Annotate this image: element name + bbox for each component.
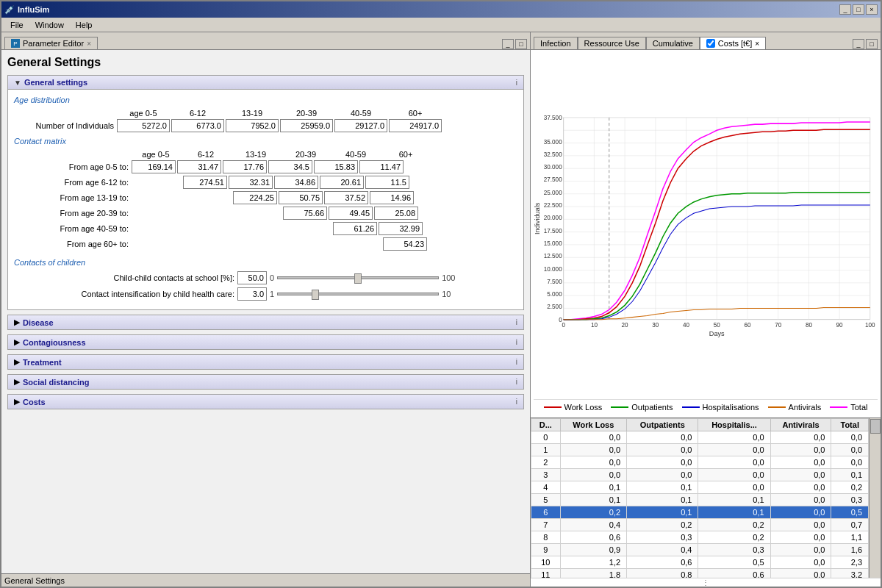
slider-label-1: Contact intensification by child health … — [14, 290, 234, 298]
slider-value-1[interactable] — [237, 287, 267, 301]
tab-ressource-use[interactable]: Ressource Use — [578, 37, 646, 49]
cell-value: 0,5 — [831, 506, 869, 519]
right-panel-minimize[interactable]: _ — [853, 39, 864, 49]
cm-header-2: 13-19 — [232, 150, 280, 159]
slider-input-0[interactable] — [277, 272, 439, 284]
section-info-icon[interactable]: i — [516, 79, 517, 87]
disease-info-icon[interactable]: i — [516, 318, 517, 326]
contagiousness-header[interactable]: ▶ Contagiousness i — [8, 335, 523, 349]
col-antivirals: Antivirals — [770, 419, 831, 431]
panel-scroll[interactable]: General Settings ▼ General settings i — [1, 50, 530, 573]
cm-input-3-4[interactable] — [329, 207, 373, 220]
parameter-editor-tab[interactable]: P Parameter Editor × — [4, 37, 98, 49]
cm-row-label-5: From age 60+ to: — [14, 240, 132, 248]
table-row[interactable]: 20,00,00,00,00,0 — [531, 456, 869, 469]
svg-text:25.000: 25.000 — [544, 190, 562, 196]
individuals-input-2[interactable] — [226, 119, 279, 132]
disease-header[interactable]: ▶ Disease i — [8, 315, 523, 329]
cm-input-2-5[interactable] — [370, 191, 414, 204]
close-button[interactable]: × — [866, 4, 878, 15]
table-row[interactable]: 40,10,10,00,00,2 — [531, 481, 869, 494]
cm-input-1-4[interactable] — [320, 176, 364, 189]
minimize-button[interactable]: _ — [839, 4, 851, 15]
tab-infection[interactable]: Infection — [534, 37, 578, 49]
cm-input-3-5[interactable] — [374, 207, 418, 220]
table-row[interactable]: 00,00,00,00,00,0 — [531, 431, 869, 444]
cm-input-2-2[interactable] — [233, 191, 277, 204]
cm-input-4-4[interactable] — [333, 222, 377, 235]
cm-headers-row: age 0-5 6-12 13-19 20-39 40-59 60+ — [14, 150, 517, 159]
contact-matrix-label: Contact matrix — [14, 137, 517, 146]
table-scrollbar[interactable] — [869, 418, 881, 578]
tab-costs-close[interactable]: × — [755, 40, 759, 48]
cell-value: 0,8 — [627, 569, 698, 578]
table-row[interactable]: 111,80,80,60,03,2 — [531, 569, 869, 578]
cm-input-1-1[interactable] — [183, 176, 227, 189]
cm-input-4-5[interactable] — [379, 222, 423, 235]
table-row[interactable]: 80,60,30,20,01,1 — [531, 531, 869, 544]
cm-input-3-3[interactable] — [283, 207, 327, 220]
slider-input-1[interactable] — [277, 288, 439, 300]
table-row[interactable]: 10,00,00,00,00,0 — [531, 444, 869, 456]
cell-value: 1,6 — [831, 544, 869, 556]
cm-input-1-5[interactable] — [365, 176, 409, 189]
cm-input-2-4[interactable] — [324, 191, 368, 204]
cell-day: 10 — [531, 556, 561, 569]
social-distancing-header[interactable]: ▶ Social distancing i — [8, 375, 523, 389]
cm-input-0-0[interactable] — [132, 160, 176, 173]
costs-header[interactable]: ▶ Costs i — [8, 395, 523, 409]
individuals-input-0[interactable] — [117, 119, 170, 132]
cell-value: 0,0 — [698, 456, 770, 469]
tab-cumulative[interactable]: Cumulative — [646, 37, 700, 49]
age-header-3: 20-39 — [280, 109, 333, 118]
table-row[interactable]: 60,20,10,10,00,5 — [531, 506, 869, 519]
cell-value: 0,1 — [698, 506, 770, 519]
legend-antivirals-label: Antivirals — [789, 403, 822, 412]
slider-label-0: Child-child contacts at school [%]: — [14, 273, 234, 282]
cell-value: 0,0 — [770, 431, 831, 444]
panel-maximize-button[interactable]: □ — [515, 39, 527, 49]
right-panel-maximize[interactable]: □ — [866, 39, 878, 49]
cm-input-1-2[interactable] — [229, 176, 273, 189]
treatment-header[interactable]: ▶ Treatment i — [8, 355, 523, 369]
menu-help[interactable]: Help — [70, 19, 98, 31]
individuals-input-4[interactable] — [334, 119, 387, 132]
cell-value: 0,2 — [627, 519, 698, 531]
cm-input-0-5[interactable] — [359, 160, 404, 173]
menu-window[interactable]: Window — [29, 19, 70, 31]
general-settings-header[interactable]: ▼ General settings i — [8, 76, 523, 90]
individuals-input-3[interactable] — [280, 119, 333, 132]
age-header-0: age 0-5 — [117, 109, 170, 118]
panel-minimize-button[interactable]: _ — [502, 39, 514, 49]
table-row[interactable]: 101,20,60,50,02,3 — [531, 556, 869, 569]
table-scroll[interactable]: D... Work Loss Outpatients Hospitalis...… — [531, 418, 869, 578]
contagiousness-info-icon[interactable]: i — [516, 338, 517, 346]
svg-text:17.500: 17.500 — [544, 228, 562, 234]
table-row[interactable]: 30,00,00,00,00,1 — [531, 469, 869, 481]
table-row[interactable]: 70,40,20,20,00,7 — [531, 519, 869, 531]
slider-value-0[interactable] — [237, 271, 267, 284]
individuals-input-5[interactable] — [389, 119, 442, 132]
cell-value: 0,6 — [627, 556, 698, 569]
social-distancing-info-icon[interactable]: i — [516, 378, 517, 386]
maximize-button[interactable]: □ — [853, 4, 864, 15]
cell-value: 0,0 — [831, 444, 869, 456]
cm-input-0-3[interactable] — [268, 160, 312, 173]
legend-outpatients-label: Outpatients — [631, 403, 673, 412]
cm-input-5-5[interactable] — [383, 237, 427, 251]
cm-input-0-4[interactable] — [314, 160, 358, 173]
table-row[interactable]: 90,90,40,30,01,6 — [531, 544, 869, 556]
individuals-input-1[interactable] — [171, 119, 224, 132]
costs-info-icon[interactable]: i — [516, 398, 517, 406]
tab-costs[interactable]: Costs [t€] × — [700, 37, 766, 49]
menu-file[interactable]: File — [4, 19, 29, 31]
cm-input-0-1[interactable] — [177, 160, 221, 173]
title-bar-text: 💉 InfluSim — [4, 5, 49, 15]
tab-close-button[interactable]: × — [87, 40, 91, 48]
tab-costs-checkbox[interactable] — [706, 39, 715, 48]
table-row[interactable]: 50,10,10,10,00,3 — [531, 494, 869, 506]
cm-input-2-3[interactable] — [279, 191, 323, 204]
cm-input-0-2[interactable] — [223, 160, 267, 173]
treatment-info-icon[interactable]: i — [516, 358, 517, 366]
cm-input-1-3[interactable] — [274, 176, 318, 189]
